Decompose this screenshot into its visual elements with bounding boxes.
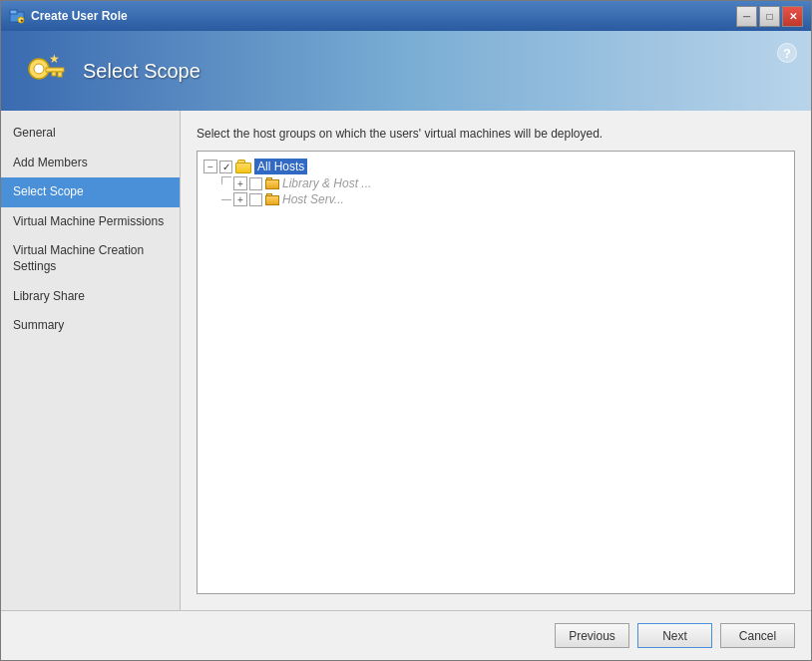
- title-bar-text: Create User Role: [31, 9, 128, 23]
- sidebar-item-general[interactable]: General: [1, 119, 180, 149]
- tree-mini-folder-icon-1: [265, 177, 279, 189]
- minimize-button[interactable]: ─: [736, 6, 757, 27]
- tree-folder-icon-root: [235, 160, 251, 173]
- tree-container[interactable]: − All Hosts +: [197, 151, 795, 594]
- instruction-text: Select the host groups on which the user…: [197, 127, 795, 141]
- tree-checkbox-root[interactable]: [219, 161, 232, 173]
- tree-child-row-1[interactable]: + Library & Host ...: [203, 175, 788, 191]
- svg-text:★: ★: [49, 52, 60, 66]
- tree-root-row[interactable]: − All Hosts: [203, 158, 788, 175]
- tree-label-child2[interactable]: Host Serv...: [282, 192, 344, 206]
- tree-expand-child2[interactable]: +: [233, 192, 247, 206]
- tree-label-root[interactable]: All Hosts: [254, 159, 307, 174]
- sidebar-item-summary[interactable]: Summary: [1, 311, 180, 341]
- tree-expand-root[interactable]: −: [203, 160, 217, 173]
- sidebar-item-vm-permissions[interactable]: Virtual Machine Permissions: [1, 207, 180, 237]
- title-bar-controls: ─ □ ✕: [736, 6, 803, 27]
- main-window: ★ Create User Role ─ □ ✕ ★ Select Scope …: [0, 0, 812, 661]
- close-button[interactable]: ✕: [782, 6, 803, 27]
- maximize-button[interactable]: □: [759, 6, 780, 27]
- svg-rect-8: [52, 72, 56, 76]
- next-button[interactable]: Next: [637, 623, 712, 648]
- bottom-bar: Previous Next Cancel: [1, 610, 811, 660]
- header-title: Select Scope: [83, 60, 201, 83]
- sidebar: General Add Members Select Scope Virtual…: [1, 111, 181, 610]
- title-bar-icon: ★: [9, 8, 25, 24]
- svg-rect-6: [46, 68, 64, 72]
- sidebar-item-library-share[interactable]: Library Share: [1, 282, 180, 312]
- svg-text:★: ★: [20, 18, 24, 23]
- tree-child-row-2[interactable]: + Host Serv...: [203, 191, 788, 207]
- tree-mini-folder-icon-2: [265, 193, 279, 205]
- svg-rect-7: [58, 72, 62, 77]
- tree-expand-child1[interactable]: +: [233, 176, 247, 190]
- svg-point-5: [34, 64, 44, 74]
- header-area: ★ Select Scope ?: [1, 31, 811, 111]
- content-area: General Add Members Select Scope Virtual…: [1, 111, 811, 610]
- sidebar-item-add-members[interactable]: Add Members: [1, 149, 180, 178]
- header-icon: ★: [21, 47, 69, 95]
- sidebar-item-select-scope[interactable]: Select Scope: [1, 177, 180, 207]
- main-content: Select the host groups on which the user…: [181, 111, 811, 610]
- tree-checkbox-child1[interactable]: [249, 177, 262, 190]
- svg-rect-1: [10, 10, 17, 14]
- tree-checkbox-child2[interactable]: [249, 193, 262, 206]
- previous-button[interactable]: Previous: [555, 623, 629, 648]
- sidebar-item-vm-creation-settings[interactable]: Virtual Machine Creation Settings: [1, 236, 180, 281]
- tree-label-child1[interactable]: Library & Host ...: [282, 176, 371, 190]
- cancel-button[interactable]: Cancel: [720, 623, 795, 648]
- help-button[interactable]: ?: [777, 43, 797, 63]
- title-bar: ★ Create User Role ─ □ ✕: [1, 1, 811, 31]
